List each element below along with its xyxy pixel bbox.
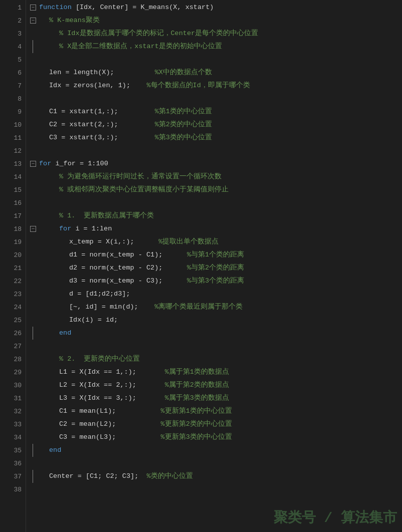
line-number: 2	[0, 14, 22, 27]
token-comment: % 2. 更新类的中心位置	[59, 353, 140, 366]
token-comment: %离哪个类最近则属于那个类	[138, 301, 243, 314]
fold-minus-icon[interactable]: −	[30, 226, 36, 232]
token-code-text: [Idx, Center] = K_means(X, xstart)	[72, 1, 214, 14]
code-line: % 1. 更新数据点属于哪个类	[30, 209, 402, 222]
line-number: 6	[0, 66, 22, 79]
line-number: 21	[0, 261, 22, 275]
fold-minus-icon[interactable]: −	[30, 161, 36, 167]
token-code-text: Idx = zeros(len, 1);	[49, 79, 130, 92]
code-line: d2 = norm(x_temp - C2); %与第2个类的距离	[30, 261, 402, 275]
line-number: 25	[0, 314, 22, 327]
token-code-text: C3 = mean(L3);	[59, 431, 116, 444]
token-comment: %属于第2类的数据点	[136, 379, 229, 392]
token-kw-blue: for	[39, 157, 51, 170]
line-number: 5	[0, 53, 22, 66]
code-area[interactable]: 聚类号 / 算法集市 −function [Idx, Center] = K_m…	[26, 0, 402, 532]
fold-end-bar	[33, 40, 33, 53]
token-code-text: L2 = X(Idx == 2,:);	[59, 379, 136, 392]
token-code-text: C2 = xstart(2,:);	[49, 118, 118, 131]
code-line: −function [Idx, Center] = K_means(X, xst…	[30, 1, 402, 14]
token-code-text: len = length(X);	[49, 66, 114, 79]
token-comment: %每个数据点的Id，即属于哪个类	[130, 79, 250, 92]
code-line	[30, 340, 402, 353]
fold-gutter[interactable]: −	[30, 161, 39, 167]
token-code-text: C3 = xstart(3,:);	[49, 131, 118, 144]
token-code-text: C2 = mean(L2);	[59, 418, 116, 431]
line-number: 27	[0, 340, 22, 353]
code-line: −for i_for = 1:100	[30, 157, 402, 170]
token-comment: %与第1个类的距离	[162, 248, 244, 261]
code-line: C1 = xstart(1,:); %第1类的中心位置	[30, 105, 402, 118]
token-kw-blue: for	[59, 222, 71, 235]
token-code-text: d2 = norm(x_temp - C2);	[69, 261, 162, 275]
token-comment: %X中的数据点个数	[114, 66, 212, 79]
line-number: 29	[0, 366, 22, 379]
code-line: L1 = X(Idx == 1,:); %属于第1类的数据点	[30, 366, 402, 379]
token-comment: %与第3个类的距离	[162, 275, 244, 288]
token-comment: %更新第2类的中心位置	[116, 418, 232, 431]
fold-minus-icon[interactable]: −	[30, 18, 36, 24]
line-number: 11	[0, 131, 22, 144]
code-line: C2 = mean(L2); %更新第2类的中心位置	[30, 418, 402, 431]
code-line: [~, id] = min(d); %离哪个类最近则属于那个类	[30, 301, 402, 314]
fold-gutter[interactable]: −	[30, 5, 39, 11]
token-kw-blue: function	[39, 1, 72, 14]
fold-gutter[interactable]	[30, 470, 39, 483]
fold-gutter[interactable]	[30, 40, 39, 53]
watermark: 聚类号 / 算法集市	[274, 508, 397, 527]
code-line: C1 = mean(L1); %更新第1类的中心位置	[30, 405, 402, 418]
code-line: L3 = X(Idx == 3,:); %属于第3类的数据点	[30, 392, 402, 405]
line-number: 7	[0, 79, 22, 92]
code-line	[30, 53, 402, 66]
line-number: 30	[0, 379, 22, 392]
token-code-text: C1 = mean(L1);	[59, 405, 116, 418]
line-number: 22	[0, 275, 22, 288]
fold-minus-icon[interactable]: −	[30, 5, 36, 11]
code-line: Center = [C1; C2; C3]; %类的中心位置	[30, 470, 402, 483]
code-line: len = length(X); %X中的数据点个数	[30, 66, 402, 79]
code-line: −% K-means聚类	[30, 14, 402, 27]
token-code-text: d3 = norm(x_temp - C3);	[69, 275, 162, 288]
line-number: 35	[0, 444, 22, 457]
token-comment: %第2类的中心位置	[118, 118, 212, 131]
line-number: 4	[0, 40, 22, 53]
line-number: 13	[0, 157, 22, 170]
line-number: 36	[0, 457, 22, 470]
code-line	[30, 483, 402, 496]
line-number: 19	[0, 235, 22, 248]
code-line: Idx = zeros(len, 1); %每个数据点的Id，即属于哪个类	[30, 79, 402, 92]
token-comment: %与第2个类的距离	[162, 261, 244, 275]
token-kw-blue: end	[49, 444, 61, 457]
line-number: 16	[0, 196, 22, 209]
fold-gutter[interactable]: −	[30, 18, 39, 24]
fold-gutter[interactable]	[30, 327, 39, 340]
line-number: 33	[0, 418, 22, 431]
fold-gutter[interactable]	[30, 444, 39, 457]
token-comment: %更新第3类的中心位置	[116, 431, 232, 444]
code-line	[30, 144, 402, 157]
token-comment: %第3类的中心位置	[118, 131, 212, 144]
fold-gutter[interactable]: −	[30, 226, 39, 232]
line-number: 32	[0, 405, 22, 418]
token-code-text: L3 = X(Idx == 3,:);	[59, 392, 136, 405]
code-line	[30, 457, 402, 470]
code-line: d = [d1;d2;d3];	[30, 288, 402, 301]
code-line: % 或相邻两次聚类中心位置调整幅度小于某阈值则停止	[30, 183, 402, 196]
token-comment: %属于第3类的数据点	[136, 392, 229, 405]
token-code-text: [~, id] = min(d);	[69, 301, 138, 314]
token-code-text: C1 = xstart(1,:);	[49, 105, 118, 118]
line-number: 20	[0, 248, 22, 261]
token-comment: %第1类的中心位置	[118, 105, 212, 118]
code-line: % X是全部二维数据点，xstart是类的初始中心位置	[30, 40, 402, 53]
line-numbers: 1234567891011121314151617181920212223242…	[0, 0, 26, 532]
code-line: d1 = norm(x_temp - C1); %与第1个类的距离	[30, 248, 402, 261]
line-number: 38	[0, 483, 22, 496]
token-comment: % X是全部二维数据点，xstart是类的初始中心位置	[59, 40, 222, 53]
token-code-text: Idx(i) = id;	[69, 314, 118, 327]
code-line: −for i = 1:len	[30, 222, 402, 235]
line-number: 12	[0, 144, 22, 157]
line-number: 15	[0, 183, 22, 196]
line-number: 34	[0, 431, 22, 444]
code-line: end	[30, 327, 402, 340]
code-line: x_temp = X(i,:); %提取出单个数据点	[30, 235, 402, 248]
